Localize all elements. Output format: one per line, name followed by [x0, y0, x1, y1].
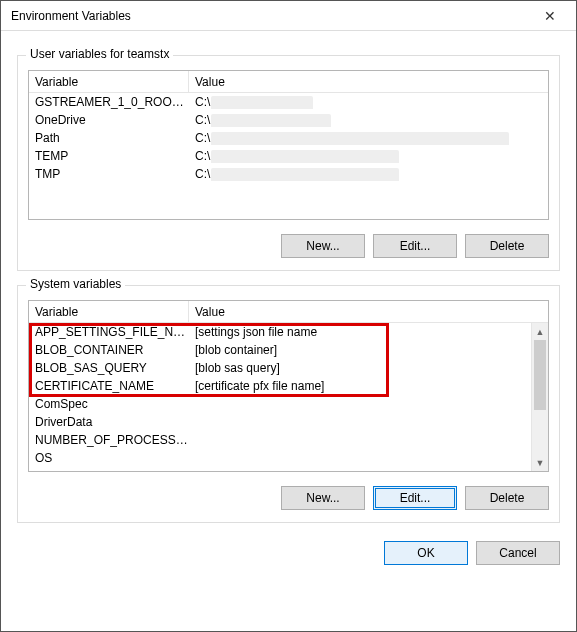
window-title: Environment Variables: [11, 9, 528, 23]
system-variables-group: System variables Variable Value APP_SETT…: [17, 285, 560, 523]
cell-variable: TMP: [29, 167, 189, 181]
column-header-variable[interactable]: Variable: [29, 71, 189, 92]
table-row[interactable]: PathC:\: [29, 129, 548, 147]
cell-value: C:\: [189, 167, 548, 181]
table-row[interactable]: TMPC:\: [29, 165, 548, 183]
cell-value: [blob sas query]: [189, 361, 548, 375]
redaction-block: [211, 96, 313, 109]
scroll-up-icon[interactable]: ▲: [532, 323, 548, 340]
system-edit-button[interactable]: Edit...: [373, 486, 457, 510]
cell-value: C:\: [189, 149, 548, 163]
cell-variable: TEMP: [29, 149, 189, 163]
dialog-content: User variables for teamstx Variable Valu…: [1, 31, 576, 579]
column-header-variable[interactable]: Variable: [29, 301, 189, 322]
cell-value: [settings json file name: [189, 325, 548, 339]
redaction-block: [211, 114, 331, 127]
cell-value: [certificate pfx file name]: [189, 379, 548, 393]
cancel-button[interactable]: Cancel: [476, 541, 560, 565]
cell-variable: CERTIFICATE_NAME: [29, 379, 189, 393]
cell-value: [blob container]: [189, 343, 548, 357]
scroll-thumb[interactable]: [534, 340, 546, 410]
cell-variable: BLOB_CONTAINER: [29, 343, 189, 357]
system-delete-button[interactable]: Delete: [465, 486, 549, 510]
scroll-down-icon[interactable]: ▼: [532, 454, 548, 471]
table-row[interactable]: APP_SETTINGS_FILE_NAME[settings json fil…: [29, 323, 548, 341]
table-row[interactable]: NUMBER_OF_PROCESSORS: [29, 431, 548, 449]
user-buttons-row: New... Edit... Delete: [28, 234, 549, 258]
column-header-value[interactable]: Value: [189, 71, 548, 92]
list-header: Variable Value: [29, 71, 548, 93]
cell-variable: APP_SETTINGS_FILE_NAME: [29, 325, 189, 339]
table-row[interactable]: OneDriveC:\: [29, 111, 548, 129]
table-row[interactable]: DriverData: [29, 413, 548, 431]
user-variables-group: User variables for teamstx Variable Valu…: [17, 55, 560, 271]
system-buttons-row: New... Edit... Delete: [28, 486, 549, 510]
scrollbar[interactable]: ▲ ▼: [531, 323, 548, 471]
dialog-footer: OK Cancel: [17, 541, 560, 565]
cell-variable: ComSpec: [29, 397, 189, 411]
list-header: Variable Value: [29, 301, 548, 323]
titlebar: Environment Variables ✕: [1, 1, 576, 31]
system-new-button[interactable]: New...: [281, 486, 365, 510]
user-variables-label: User variables for teamstx: [26, 47, 173, 61]
ok-button[interactable]: OK: [384, 541, 468, 565]
cell-variable: DriverData: [29, 415, 189, 429]
table-row[interactable]: GSTREAMER_1_0_ROOT_MI...C:\: [29, 93, 548, 111]
cell-variable: OS: [29, 451, 189, 465]
column-header-value[interactable]: Value: [189, 301, 548, 322]
table-row[interactable]: BLOB_CONTAINER[blob container]: [29, 341, 548, 359]
cell-variable: Path: [29, 131, 189, 145]
user-variables-list[interactable]: Variable Value GSTREAMER_1_0_ROOT_MI...C…: [28, 70, 549, 220]
cell-value: C:\: [189, 131, 548, 145]
cell-value: C:\: [189, 113, 548, 127]
cell-variable: NUMBER_OF_PROCESSORS: [29, 433, 189, 447]
table-row[interactable]: OS: [29, 449, 548, 467]
close-button[interactable]: ✕: [528, 2, 572, 30]
redaction-block: [211, 150, 399, 163]
table-row[interactable]: CERTIFICATE_NAME[certificate pfx file na…: [29, 377, 548, 395]
close-icon: ✕: [544, 8, 556, 24]
system-variables-list[interactable]: Variable Value APP_SETTINGS_FILE_NAME[se…: [28, 300, 549, 472]
cell-variable: OneDrive: [29, 113, 189, 127]
table-row[interactable]: ComSpec: [29, 395, 548, 413]
redaction-block: [211, 168, 399, 181]
table-row[interactable]: TEMPC:\: [29, 147, 548, 165]
cell-variable: BLOB_SAS_QUERY: [29, 361, 189, 375]
system-variables-label: System variables: [26, 277, 125, 291]
table-row[interactable]: BLOB_SAS_QUERY[blob sas query]: [29, 359, 548, 377]
cell-variable: GSTREAMER_1_0_ROOT_MI...: [29, 95, 189, 109]
cell-value: C:\: [189, 95, 548, 109]
user-new-button[interactable]: New...: [281, 234, 365, 258]
redaction-block: [211, 132, 509, 145]
user-edit-button[interactable]: Edit...: [373, 234, 457, 258]
user-delete-button[interactable]: Delete: [465, 234, 549, 258]
